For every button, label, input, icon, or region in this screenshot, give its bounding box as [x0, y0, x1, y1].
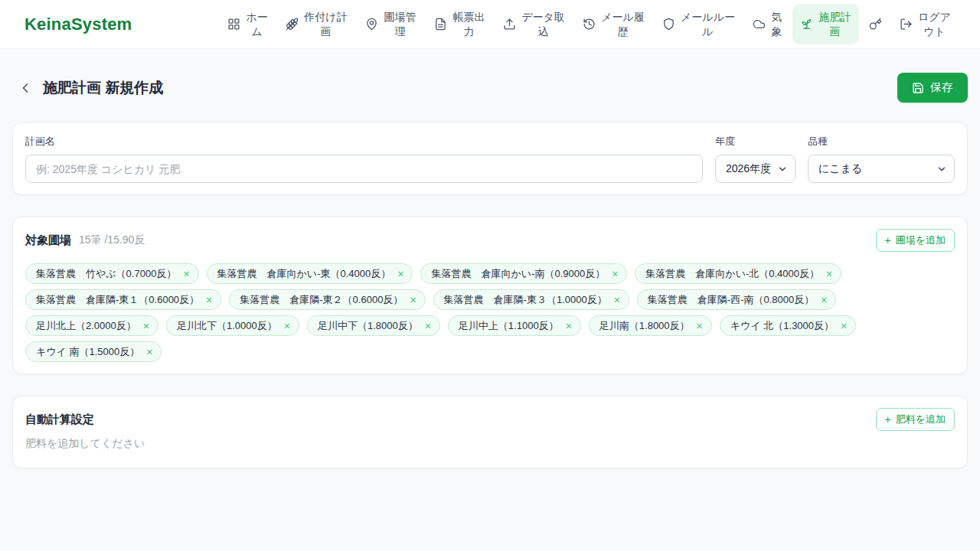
tag-close-icon[interactable]: × — [821, 295, 827, 305]
field-tag-label: 集落営農 竹やぶ（0.7000反） — [36, 267, 176, 281]
year-field: 年度 2026年度 — [715, 135, 795, 183]
nav-item-home[interactable]: ホーム — [220, 4, 276, 44]
tag-close-icon[interactable]: × — [697, 321, 703, 331]
sprout-icon — [800, 18, 813, 31]
auto-calc-title: 自動計算設定 — [25, 412, 94, 427]
variety-select-value: にこまる — [818, 162, 862, 176]
nav-item-planting-plan[interactable]: 作付け計画 — [278, 4, 355, 44]
field-tag: 集落営農 倉庫向かい-北（0.4000反） × — [635, 263, 841, 284]
tag-close-icon[interactable]: × — [614, 295, 620, 305]
field-tag: キウイ 北（1.3000反） × — [720, 315, 856, 336]
field-tag-label: 集落営農 倉庫隣-東１（0.6000反） — [36, 293, 199, 307]
field-tag: 足川北上（2.0000反） × — [25, 315, 158, 336]
save-button[interactable]: 保存 — [897, 73, 968, 103]
target-fields-title: 対象圃場 — [25, 233, 71, 248]
plan-name-field: 計画名 — [25, 135, 703, 183]
nav-item-fertilization-plan[interactable]: 施肥計画 — [792, 4, 859, 44]
plan-name-label: 計画名 — [25, 135, 703, 148]
field-tag-label: 足川南（1.8000反） — [599, 319, 690, 333]
tag-close-icon[interactable]: × — [146, 347, 152, 357]
key-icon — [869, 18, 882, 31]
nav-item-data-import[interactable]: データ取込 — [495, 4, 573, 44]
fertilizer-empty-message: 肥料を追加してください — [25, 437, 955, 456]
upload-icon — [503, 18, 516, 31]
field-tag: キウイ 南（1.5000反） × — [25, 341, 162, 362]
chevron-down-icon — [936, 164, 947, 174]
field-tag-label: 集落営農 倉庫向かい-北（0.4000反） — [645, 267, 819, 281]
tag-close-icon[interactable]: × — [826, 269, 832, 279]
field-tag: 集落営農 倉庫隣-東１（0.6000反） × — [25, 289, 221, 310]
field-tag-label: 集落営農 倉庫向かい-東（0.4000反） — [217, 267, 391, 281]
shield-icon — [662, 18, 675, 31]
map-pin-icon — [365, 18, 378, 31]
plus-icon: + — [885, 235, 891, 246]
add-field-button[interactable]: + 圃場を追加 — [876, 229, 956, 252]
nav-item-label: メール履歴 — [601, 10, 645, 38]
tag-close-icon[interactable]: × — [612, 269, 618, 279]
field-tag: 集落営農 倉庫隣-東２（0.6000反） × — [229, 289, 425, 310]
page-title: 施肥計画 新規作成 — [43, 78, 163, 98]
tag-close-icon[interactable]: × — [841, 321, 847, 331]
year-select[interactable]: 2026年度 — [715, 155, 795, 183]
tag-close-icon[interactable]: × — [397, 269, 403, 279]
field-tag-label: 足川北下（1.0000反） — [177, 319, 277, 333]
tag-close-icon[interactable]: × — [183, 269, 189, 279]
nav-item-key[interactable] — [861, 11, 890, 37]
field-tag-label: キウイ 北（1.3000反） — [730, 319, 834, 333]
tag-close-icon[interactable]: × — [425, 321, 431, 331]
nav-item-mail-rules[interactable]: メールルール — [655, 4, 743, 44]
nav-item-mail-history[interactable]: メール履歴 — [575, 4, 652, 44]
plus-icon: + — [885, 414, 891, 425]
variety-label: 品種 — [808, 135, 955, 148]
field-tag-label: 集落営農 倉庫向かい-南（0.9000反） — [431, 267, 605, 281]
nav-item-label: 圃場管理 — [384, 10, 416, 38]
chevron-down-icon — [777, 164, 788, 174]
year-select-value: 2026年度 — [726, 162, 771, 176]
target-fields-summary: 15筆 /15.90反 — [79, 233, 145, 247]
field-tag-label: 足川北上（2.0000反） — [36, 319, 136, 333]
year-label: 年度 — [715, 135, 795, 148]
nav-item-label: 作付け計画 — [304, 10, 348, 38]
field-tag-label: 集落営農 倉庫隣-東３（1.0000反） — [444, 293, 607, 307]
plan-name-input[interactable] — [25, 155, 703, 183]
page-header: 施肥計画 新規作成 保存 — [12, 73, 968, 103]
field-tag-label: 足川中下（1.8000反） — [318, 319, 418, 333]
nav-item-label: メールルール — [681, 10, 735, 38]
field-tag: 集落営農 竹やぶ（0.7000反） × — [25, 263, 199, 284]
back-button[interactable] — [12, 75, 38, 101]
target-fields-card: 対象圃場 15筆 /15.90反 + 圃場を追加 集落営農 竹やぶ（0.7000… — [12, 217, 968, 374]
field-tag-label: 集落営農 倉庫隣-西-南（0.8000反） — [648, 293, 814, 307]
field-tag: 集落営農 倉庫向かい-南（0.9000反） × — [420, 263, 627, 284]
tag-close-icon[interactable]: × — [410, 295, 416, 305]
nav-item-label: 施肥計画 — [818, 10, 851, 38]
nav-item-label: 気象 — [771, 10, 782, 38]
wheat-icon — [286, 18, 299, 31]
cloud-icon — [753, 18, 766, 31]
tag-close-icon[interactable]: × — [206, 295, 212, 305]
save-icon — [912, 82, 924, 94]
field-tag-label: 集落営農 倉庫隣-東２（0.6000反） — [240, 293, 403, 307]
variety-select[interactable]: にこまる — [808, 155, 955, 183]
add-fertilizer-button[interactable]: + 肥料を追加 — [876, 408, 956, 431]
field-tag: 集落営農 倉庫隣-東３（1.0000反） × — [433, 289, 629, 310]
variety-field: 品種 にこまる — [808, 135, 955, 183]
plan-form-card: 計画名 年度 2026年度 品種 にこまる — [12, 122, 968, 195]
tag-close-icon[interactable]: × — [566, 321, 572, 331]
nav-item-field-management[interactable]: 圃場管理 — [358, 4, 424, 44]
field-tag: 足川南（1.8000反） × — [589, 315, 712, 336]
nav-item-label: ホーム — [246, 10, 268, 38]
field-tag: 集落営農 倉庫隣-西-南（0.8000反） × — [637, 289, 837, 310]
nav-item-report-output[interactable]: 帳票出力 — [426, 4, 493, 44]
nav-item-label: データ取込 — [521, 10, 565, 38]
top-nav: KeinaSystem ホーム 作付け計画 圃場管理 帳票出力 — [0, 0, 980, 49]
tag-close-icon[interactable]: × — [143, 321, 149, 331]
field-tag: 足川中上（1.1000反） × — [448, 315, 581, 336]
chevron-left-icon — [18, 80, 33, 96]
nav-item-logout[interactable]: ログアウト — [892, 4, 959, 44]
add-field-button-label: 圃場を追加 — [896, 233, 946, 247]
nav-item-label: ログアウト — [918, 10, 951, 38]
tag-close-icon[interactable]: × — [284, 321, 290, 331]
nav-item-weather[interactable]: 気象 — [745, 4, 790, 44]
brand-logo[interactable]: KeinaSystem — [24, 15, 132, 34]
field-tag-label: 足川中上（1.1000反） — [459, 319, 559, 333]
